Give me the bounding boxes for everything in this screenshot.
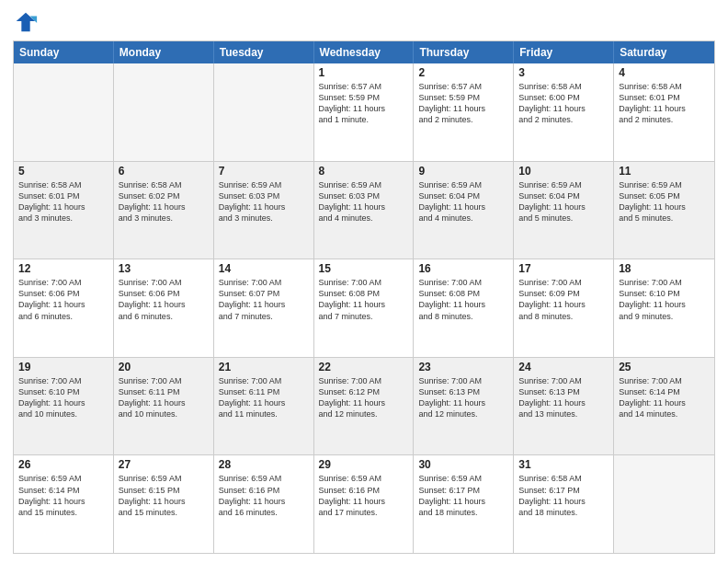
day-cell-30: 30Sunrise: 6:59 AM Sunset: 6:17 PM Dayli… <box>414 455 514 553</box>
day-number: 13 <box>119 262 209 275</box>
day-cell-8: 8Sunrise: 6:59 AM Sunset: 6:03 PM Daylig… <box>314 162 415 259</box>
day-number: 2 <box>418 66 508 79</box>
day-cell-16: 16Sunrise: 7:00 AM Sunset: 6:08 PM Dayli… <box>414 259 514 357</box>
day-number: 4 <box>619 66 710 79</box>
day-number: 27 <box>119 458 209 471</box>
header-cell-saturday: Saturday <box>614 41 714 63</box>
day-number: 24 <box>518 361 609 373</box>
header-cell-tuesday: Tuesday <box>214 41 314 63</box>
day-cell-31: 31Sunrise: 6:58 AM Sunset: 6:17 PM Dayli… <box>514 455 614 553</box>
day-info: Sunrise: 6:59 AM Sunset: 6:04 PM Dayligh… <box>418 179 508 224</box>
day-info: Sunrise: 6:58 AM Sunset: 6:02 PM Dayligh… <box>119 179 209 224</box>
day-info: Sunrise: 6:58 AM Sunset: 6:17 PM Dayligh… <box>518 473 609 518</box>
day-info: Sunrise: 6:58 AM Sunset: 6:01 PM Dayligh… <box>619 81 710 126</box>
day-number: 25 <box>619 361 710 373</box>
day-number: 16 <box>418 262 508 275</box>
day-cell-27: 27Sunrise: 6:59 AM Sunset: 6:15 PM Dayli… <box>114 455 214 553</box>
day-number: 9 <box>418 165 508 178</box>
header-cell-thursday: Thursday <box>414 41 514 63</box>
day-number: 30 <box>418 458 508 471</box>
day-cell-3: 3Sunrise: 6:58 AM Sunset: 6:00 PM Daylig… <box>514 63 614 161</box>
day-number: 26 <box>18 458 108 471</box>
day-info: Sunrise: 6:59 AM Sunset: 6:14 PM Dayligh… <box>18 473 108 518</box>
day-info: Sunrise: 6:59 AM Sunset: 6:16 PM Dayligh… <box>219 473 309 518</box>
calendar-week-2: 5Sunrise: 6:58 AM Sunset: 6:01 PM Daylig… <box>14 162 714 260</box>
calendar-week-5: 26Sunrise: 6:59 AM Sunset: 6:14 PM Dayli… <box>14 455 714 553</box>
day-cell-6: 6Sunrise: 6:58 AM Sunset: 6:02 PM Daylig… <box>114 162 214 259</box>
day-cell-empty <box>114 63 214 161</box>
day-cell-14: 14Sunrise: 7:00 AM Sunset: 6:07 PM Dayli… <box>214 259 314 357</box>
calendar-header: SundayMondayTuesdayWednesdayThursdayFrid… <box>14 41 714 63</box>
day-info: Sunrise: 6:59 AM Sunset: 6:03 PM Dayligh… <box>219 179 309 224</box>
day-number: 23 <box>418 361 508 373</box>
day-cell-12: 12Sunrise: 7:00 AM Sunset: 6:06 PM Dayli… <box>14 259 114 357</box>
day-number: 15 <box>319 262 409 275</box>
calendar-week-3: 12Sunrise: 7:00 AM Sunset: 6:06 PM Dayli… <box>14 259 714 358</box>
day-number: 29 <box>319 458 409 471</box>
day-cell-18: 18Sunrise: 7:00 AM Sunset: 6:10 PM Dayli… <box>614 259 714 357</box>
day-cell-7: 7Sunrise: 6:59 AM Sunset: 6:03 PM Daylig… <box>214 162 314 259</box>
day-cell-empty <box>14 63 114 161</box>
day-number: 5 <box>18 165 108 178</box>
day-cell-2: 2Sunrise: 6:57 AM Sunset: 5:59 PM Daylig… <box>414 63 514 161</box>
header-cell-wednesday: Wednesday <box>314 41 415 63</box>
day-cell-24: 24Sunrise: 7:00 AM Sunset: 6:13 PM Dayli… <box>514 358 614 455</box>
day-number: 31 <box>518 458 609 471</box>
day-cell-empty <box>614 455 714 553</box>
day-info: Sunrise: 6:59 AM Sunset: 6:15 PM Dayligh… <box>119 473 209 518</box>
day-number: 7 <box>219 165 309 178</box>
day-info: Sunrise: 7:00 AM Sunset: 6:08 PM Dayligh… <box>418 277 508 322</box>
day-info: Sunrise: 7:00 AM Sunset: 6:06 PM Dayligh… <box>119 277 209 322</box>
day-info: Sunrise: 6:59 AM Sunset: 6:05 PM Dayligh… <box>619 179 710 224</box>
day-info: Sunrise: 7:00 AM Sunset: 6:11 PM Dayligh… <box>119 375 209 420</box>
day-number: 11 <box>619 165 710 178</box>
header-cell-monday: Monday <box>114 41 214 63</box>
day-number: 22 <box>319 361 409 373</box>
day-info: Sunrise: 7:00 AM Sunset: 6:13 PM Dayligh… <box>518 375 609 420</box>
day-cell-22: 22Sunrise: 7:00 AM Sunset: 6:12 PM Dayli… <box>314 358 415 455</box>
day-info: Sunrise: 6:59 AM Sunset: 6:04 PM Dayligh… <box>518 179 609 224</box>
day-info: Sunrise: 6:59 AM Sunset: 6:03 PM Dayligh… <box>319 179 409 224</box>
day-info: Sunrise: 7:00 AM Sunset: 6:09 PM Dayligh… <box>518 277 609 322</box>
day-number: 10 <box>518 165 609 178</box>
day-info: Sunrise: 7:00 AM Sunset: 6:11 PM Dayligh… <box>219 375 309 420</box>
calendar: SundayMondayTuesdayWednesdayThursdayFrid… <box>13 40 715 554</box>
logo <box>13 9 42 35</box>
day-info: Sunrise: 6:59 AM Sunset: 6:16 PM Dayligh… <box>319 473 409 518</box>
day-number: 19 <box>18 361 108 373</box>
day-cell-25: 25Sunrise: 7:00 AM Sunset: 6:14 PM Dayli… <box>614 358 714 455</box>
day-cell-21: 21Sunrise: 7:00 AM Sunset: 6:11 PM Dayli… <box>214 358 314 455</box>
day-cell-28: 28Sunrise: 6:59 AM Sunset: 6:16 PM Dayli… <box>214 455 314 553</box>
day-info: Sunrise: 6:58 AM Sunset: 6:00 PM Dayligh… <box>518 81 609 126</box>
day-cell-empty <box>214 63 314 161</box>
day-cell-23: 23Sunrise: 7:00 AM Sunset: 6:13 PM Dayli… <box>414 358 514 455</box>
day-info: Sunrise: 6:58 AM Sunset: 6:01 PM Dayligh… <box>18 179 108 224</box>
day-number: 3 <box>518 66 609 79</box>
day-cell-4: 4Sunrise: 6:58 AM Sunset: 6:01 PM Daylig… <box>614 63 714 161</box>
day-cell-1: 1Sunrise: 6:57 AM Sunset: 5:59 PM Daylig… <box>314 63 415 161</box>
day-cell-29: 29Sunrise: 6:59 AM Sunset: 6:16 PM Dayli… <box>314 455 415 553</box>
day-number: 12 <box>18 262 108 275</box>
day-cell-9: 9Sunrise: 6:59 AM Sunset: 6:04 PM Daylig… <box>414 162 514 259</box>
day-number: 6 <box>119 165 209 178</box>
day-cell-17: 17Sunrise: 7:00 AM Sunset: 6:09 PM Dayli… <box>514 259 614 357</box>
day-cell-10: 10Sunrise: 6:59 AM Sunset: 6:04 PM Dayli… <box>514 162 614 259</box>
day-number: 28 <box>219 458 309 471</box>
header-cell-friday: Friday <box>514 41 614 63</box>
day-cell-19: 19Sunrise: 7:00 AM Sunset: 6:10 PM Dayli… <box>14 358 114 455</box>
calendar-body: 1Sunrise: 6:57 AM Sunset: 5:59 PM Daylig… <box>14 63 714 553</box>
day-number: 18 <box>619 262 710 275</box>
day-info: Sunrise: 7:00 AM Sunset: 6:08 PM Dayligh… <box>319 277 409 322</box>
day-cell-5: 5Sunrise: 6:58 AM Sunset: 6:01 PM Daylig… <box>14 162 114 259</box>
day-info: Sunrise: 6:59 AM Sunset: 6:17 PM Dayligh… <box>418 473 508 518</box>
day-info: Sunrise: 7:00 AM Sunset: 6:10 PM Dayligh… <box>619 277 710 322</box>
day-cell-11: 11Sunrise: 6:59 AM Sunset: 6:05 PM Dayli… <box>614 162 714 259</box>
day-number: 17 <box>518 262 609 275</box>
day-number: 14 <box>219 262 309 275</box>
day-info: Sunrise: 7:00 AM Sunset: 6:07 PM Dayligh… <box>219 277 309 322</box>
day-info: Sunrise: 7:00 AM Sunset: 6:12 PM Dayligh… <box>319 375 409 420</box>
day-cell-20: 20Sunrise: 7:00 AM Sunset: 6:11 PM Dayli… <box>114 358 214 455</box>
header <box>13 9 715 35</box>
header-cell-sunday: Sunday <box>14 41 114 63</box>
logo-icon <box>13 9 39 35</box>
